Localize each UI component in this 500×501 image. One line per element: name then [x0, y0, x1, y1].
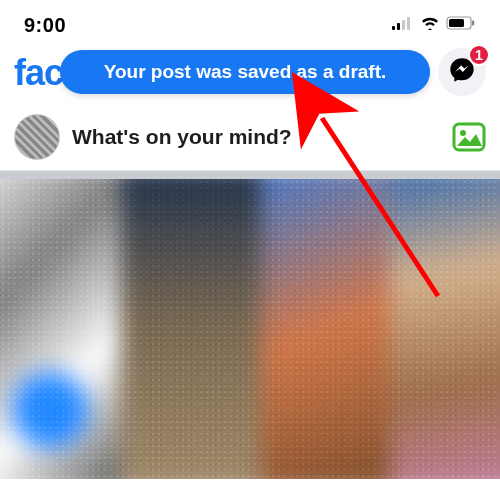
- avatar[interactable]: [14, 114, 60, 160]
- messenger-badge: 1: [468, 44, 490, 66]
- svg-rect-1: [397, 23, 400, 30]
- status-indicators: [392, 16, 476, 34]
- photo-button[interactable]: [452, 122, 486, 152]
- photo-icon: [452, 122, 486, 152]
- post-composer[interactable]: What's on your mind?: [0, 104, 500, 171]
- cellular-icon: [392, 16, 414, 34]
- stories-strip[interactable]: [0, 179, 500, 479]
- facebook-logo: fac: [14, 52, 63, 94]
- battery-icon: [446, 16, 476, 34]
- status-time: 9:00: [24, 14, 66, 37]
- status-bar: 9:00: [0, 0, 500, 44]
- svg-rect-5: [449, 19, 464, 27]
- svg-rect-2: [402, 20, 405, 30]
- section-divider: [0, 171, 500, 179]
- svg-rect-6: [472, 21, 474, 26]
- svg-rect-0: [392, 26, 395, 30]
- wifi-icon: [420, 16, 440, 34]
- svg-rect-3: [407, 17, 410, 30]
- svg-rect-7: [454, 124, 484, 150]
- messenger-button[interactable]: 1: [438, 48, 486, 96]
- app-header: fac Your post was saved as a draft. 1: [0, 44, 500, 104]
- svg-point-8: [460, 130, 466, 136]
- draft-saved-toast[interactable]: Your post was saved as a draft.: [60, 50, 430, 94]
- composer-prompt[interactable]: What's on your mind?: [72, 125, 440, 149]
- blur-grain-overlay: [0, 179, 500, 479]
